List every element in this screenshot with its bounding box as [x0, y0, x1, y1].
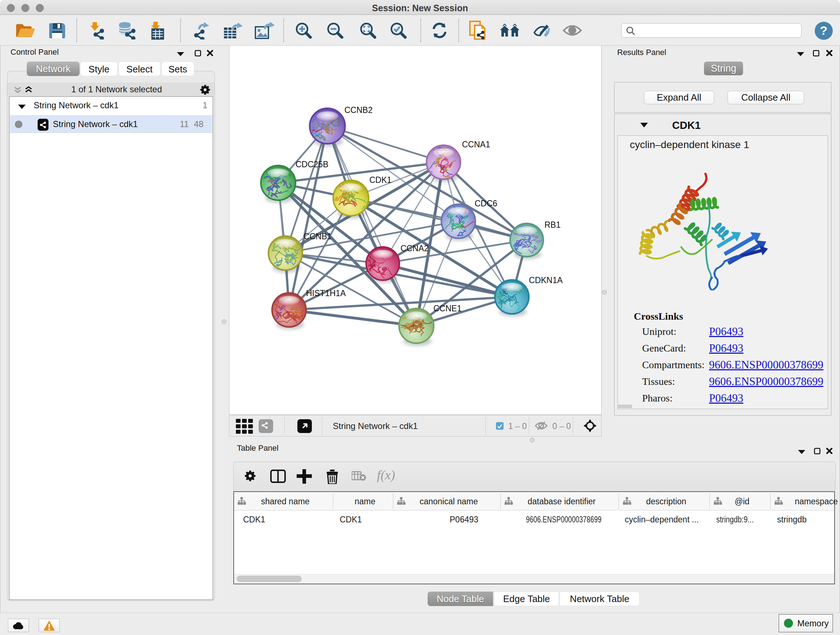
svg-text:CDKN1A: CDKN1A — [529, 276, 563, 285]
svg-text:?: ? — [820, 24, 828, 37]
svg-text:CCNB2: CCNB2 — [344, 105, 373, 115]
svg-text:CDC25B: CDC25B — [295, 160, 328, 169]
svg-text:CDC6: CDC6 — [475, 199, 497, 208]
svg-text:HIST1H1A: HIST1H1A — [306, 288, 346, 298]
svg-text:CDK1: CDK1 — [369, 175, 392, 185]
svg-text:CCNB1: CCNB1 — [303, 232, 332, 241]
svg-text:CCNE1: CCNE1 — [433, 304, 462, 313]
svg-text:CCNA2: CCNA2 — [401, 244, 429, 253]
svg-text:CCNA1: CCNA1 — [462, 140, 490, 149]
svg-text:RB1: RB1 — [545, 220, 561, 230]
